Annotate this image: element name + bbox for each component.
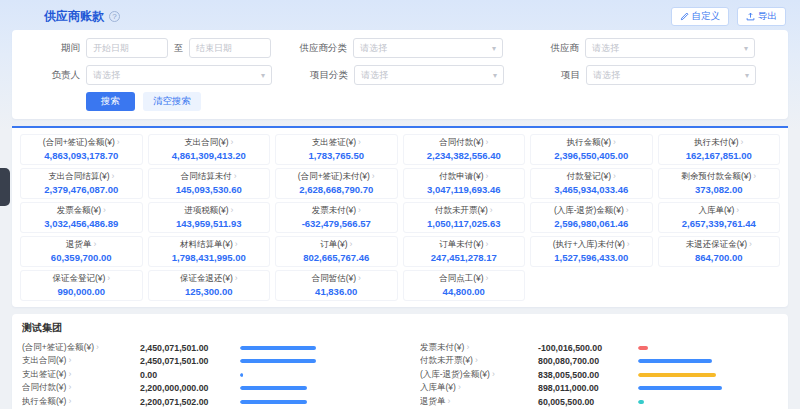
page-title: 供应商账款: [44, 8, 104, 25]
tile-label: 支出合同结算(¥): [23, 171, 140, 183]
tile-label: 未退还保证金(¥): [661, 239, 778, 251]
metric-value: 898,011,000.00: [538, 383, 638, 393]
tile-value: 1,783,765.50: [278, 150, 395, 161]
summary-tile[interactable]: 订单(¥) 802,665,767.46: [275, 236, 398, 267]
summary-tile[interactable]: 支出合同结算(¥) 2,379,476,087.00: [20, 168, 143, 199]
summary-tile[interactable]: 发票未付(¥) -632,479,566.57: [275, 202, 398, 233]
summary-tile[interactable]: (合同+签证)金额(¥) 4,863,093,178.70: [20, 134, 143, 165]
tile-label: 剩余预付款金额(¥): [661, 171, 778, 183]
clear-search-button[interactable]: 清空搜索: [143, 92, 201, 111]
summary-tile[interactable]: 支出签证(¥) 1,783,765.50: [275, 134, 398, 165]
metric-label: 合同付款(¥): [22, 382, 140, 394]
project-label: 项目: [522, 69, 580, 82]
tile-label: (入库-退货)金额(¥): [533, 205, 650, 217]
tile-value: 990,000.00: [23, 286, 140, 297]
supplier-category-placeholder: 请选择: [360, 42, 387, 55]
summary-tile[interactable]: 发票金额(¥) 3,032,456,486.89: [20, 202, 143, 233]
summary-tile[interactable]: 合同点工(¥) 44,800.00: [403, 270, 526, 301]
metric-row[interactable]: (入库-退货)金额(¥) 838,005,500.00: [420, 368, 778, 382]
tile-value: 145,093,530.60: [151, 184, 268, 195]
metric-label: 付款未开票(¥): [420, 355, 538, 367]
summary-tile[interactable]: 合同结算未付 145,093,530.60: [148, 168, 271, 199]
metric-label: 支出合同(¥): [22, 355, 140, 367]
search-button[interactable]: 搜索: [86, 92, 135, 111]
summary-tile[interactable]: 合同暂估(¥) 41,836.00: [275, 270, 398, 301]
tile-label: 进项税额(¥): [151, 205, 268, 217]
tile-value: 1,798,431,995.00: [151, 252, 268, 263]
summary-tile[interactable]: (合同+签证)未付(¥) 2,628,668,790.70: [275, 168, 398, 199]
metric-bar: [240, 373, 243, 377]
tile-value: 1,527,596,433.00: [533, 252, 650, 263]
start-date-input[interactable]: 开始日期: [86, 38, 168, 58]
start-date-placeholder: 开始日期: [93, 42, 129, 55]
metric-value: 838,005,500.00: [538, 370, 638, 380]
summary-tile[interactable]: (执行+入库)未付(¥) 1,527,596,433.00: [530, 236, 653, 267]
tile-value: 3,032,456,486.89: [23, 218, 140, 229]
metric-row[interactable]: 入库单(¥) 898,011,000.00: [420, 382, 778, 396]
tile-value: 41,836.00: [278, 286, 395, 297]
end-date-input[interactable]: 结束日期: [189, 38, 271, 58]
project-filter: 项目 请选择: [522, 65, 756, 85]
summary-tile[interactable]: 付款申请(¥) 3,047,119,693.46: [403, 168, 526, 199]
supplier-select[interactable]: 请选择: [585, 38, 755, 58]
supplier-category-label: 供应商分类: [289, 42, 347, 55]
summary-tile[interactable]: 订单未付(¥) 247,451,278.17: [403, 236, 526, 267]
top-actions: 自定义 导出: [671, 7, 787, 26]
metric-bar: [638, 359, 712, 363]
summary-tile[interactable]: 保证金登记(¥) 990,000.00: [20, 270, 143, 301]
metric-row[interactable]: 退货单 60,005,500.00: [420, 395, 778, 409]
tile-label: 执行金额(¥): [533, 137, 650, 149]
summary-tile[interactable]: 进项税额(¥) 143,959,511.93: [148, 202, 271, 233]
help-icon[interactable]: ?: [109, 11, 120, 22]
summary-tile[interactable]: (入库-退货)金额(¥) 2,596,980,061.46: [530, 202, 653, 233]
project-placeholder: 请选择: [593, 69, 620, 82]
summary-tile[interactable]: 支出合同(¥) 4,861,309,413.20: [148, 134, 271, 165]
project-category-select[interactable]: 请选择: [354, 65, 504, 85]
metric-label: 入库单(¥): [420, 382, 538, 394]
summary-tile[interactable]: 保证金退还(¥) 125,300.00: [148, 270, 271, 301]
customize-button[interactable]: 自定义: [671, 7, 730, 26]
summary-tile[interactable]: 退货单 60,359,700.00: [20, 236, 143, 267]
metric-row[interactable]: 付款未开票(¥) 800,080,700.00: [420, 355, 778, 369]
tile-value: 864,700.00: [661, 252, 778, 263]
supplier-category-select[interactable]: 请选择: [353, 38, 503, 58]
filter-panel: 期间 开始日期 至 结束日期 供应商分类 请选择 供应商 请选择 负责人 请选择…: [12, 30, 788, 119]
export-label: 导出: [758, 10, 777, 23]
tile-label: 保证金退还(¥): [151, 273, 268, 285]
tile-label: 合同点工(¥): [406, 273, 523, 285]
sidebar-collapse-handle[interactable]: [0, 168, 10, 206]
tile-value: 143,959,511.93: [151, 218, 268, 229]
period-label: 期间: [22, 42, 80, 55]
tile-label: (合同+签证)金额(¥): [23, 137, 140, 149]
metric-row[interactable]: 合同付款(¥) 2,200,000,000.00: [22, 382, 380, 396]
summary-tile[interactable]: 执行未付(¥) 162,167,851.00: [658, 134, 781, 165]
summary-tile[interactable]: 付款登记(¥) 3,465,934,033.46: [530, 168, 653, 199]
tile-label: 入库单(¥): [661, 205, 778, 217]
group-title: 测试集团: [22, 321, 778, 335]
tile-label: 发票金额(¥): [23, 205, 140, 217]
summary-tile[interactable]: 入库单(¥) 2,657,339,761.44: [658, 202, 781, 233]
metric-bar: [240, 400, 307, 404]
summary-tile[interactable]: 未退还保证金(¥) 864,700.00: [658, 236, 781, 267]
summary-tile[interactable]: 合同付款(¥) 2,234,382,556.40: [403, 134, 526, 165]
summary-tile[interactable]: 执行金额(¥) 2,396,550,405.00: [530, 134, 653, 165]
owner-select[interactable]: 请选择: [86, 65, 272, 85]
tile-value: 2,234,382,556.40: [406, 150, 523, 161]
metric-bar: [240, 386, 307, 390]
project-select[interactable]: 请选择: [586, 65, 756, 85]
tile-label: 合同付款(¥): [406, 137, 523, 149]
metric-row[interactable]: 支出签证(¥) 0.00: [22, 368, 380, 382]
metric-row[interactable]: 支出合同(¥) 2,450,071,501.00: [22, 355, 380, 369]
summary-tile[interactable]: 材料结算单(¥) 1,798,431,995.00: [148, 236, 271, 267]
summary-tile[interactable]: 剩余预付款金额(¥) 373,082.00: [658, 168, 781, 199]
metric-bar-track: [638, 359, 778, 363]
metric-row[interactable]: 执行金额(¥) 2,200,071,502.00: [22, 395, 380, 409]
tile-value: -632,479,566.57: [278, 218, 395, 229]
topbar: 供应商账款 ? 自定义 导出: [0, 0, 800, 30]
edit-pencil-icon: [680, 12, 689, 21]
metric-label: 发票未付(¥): [420, 342, 538, 354]
metric-row[interactable]: (合同+签证)金额(¥) 2,450,071,501.00: [22, 341, 380, 355]
summary-tile[interactable]: 付款未开票(¥) 1,050,117,025.63: [403, 202, 526, 233]
export-button[interactable]: 导出: [737, 7, 786, 26]
metric-row[interactable]: 发票未付(¥) -100,016,500.00: [420, 341, 778, 355]
